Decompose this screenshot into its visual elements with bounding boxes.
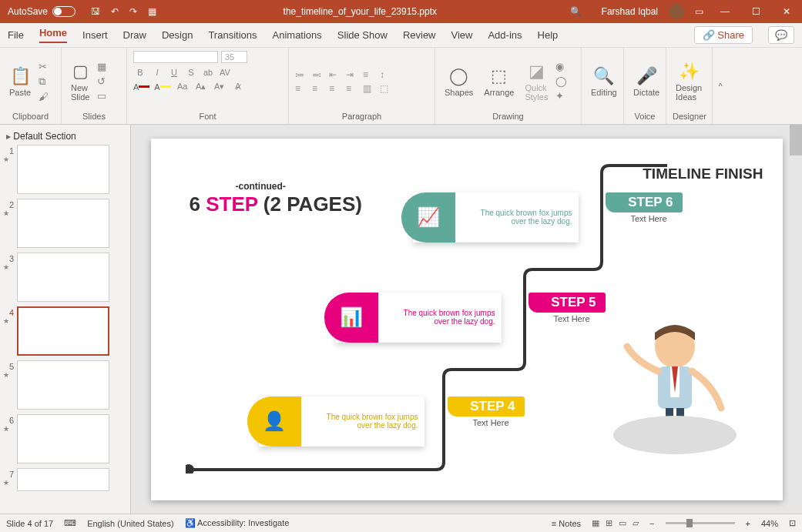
- align-left-button[interactable]: ≡: [295, 83, 309, 94]
- accessibility-status[interactable]: ♿ Accessibility: Investigate: [185, 518, 290, 528]
- shapes-button[interactable]: ◯ Shapes: [441, 65, 476, 99]
- new-slide-button[interactable]: ▢ New Slide: [68, 60, 92, 103]
- tab-slideshow[interactable]: Slide Show: [337, 29, 388, 41]
- slide-thumb-4[interactable]: [17, 306, 109, 356]
- shape-effects-icon[interactable]: ✦: [555, 90, 567, 102]
- close-button[interactable]: ✕: [771, 6, 802, 17]
- tab-draw[interactable]: Draw: [123, 29, 146, 41]
- collapse-ribbon-button[interactable]: ^: [713, 48, 728, 124]
- bullets-button[interactable]: ≔: [295, 69, 309, 80]
- strikethrough-button[interactable]: S: [184, 68, 198, 77]
- align-right-button[interactable]: ≡: [329, 83, 343, 94]
- undo-icon[interactable]: ↶: [111, 6, 119, 17]
- zoom-slider[interactable]: [666, 522, 735, 524]
- tab-design[interactable]: Design: [162, 29, 193, 41]
- shadow-button[interactable]: ab: [201, 68, 215, 77]
- notes-button[interactable]: ≡ Notes: [552, 519, 581, 528]
- sorter-view-button[interactable]: ⊞: [606, 518, 612, 528]
- slide-thumb-3[interactable]: [17, 253, 109, 302]
- fit-window-button[interactable]: ⊡: [789, 518, 796, 528]
- zoom-level[interactable]: 44%: [761, 519, 778, 528]
- text-direction-button[interactable]: ↕: [380, 69, 394, 80]
- comments-button[interactable]: 💬: [768, 26, 794, 44]
- tab-help[interactable]: Help: [538, 29, 559, 41]
- tab-view[interactable]: View: [451, 29, 473, 41]
- zoom-out-button[interactable]: −: [649, 519, 654, 528]
- bold-button[interactable]: B: [133, 68, 147, 77]
- save-icon[interactable]: 🖫: [91, 6, 100, 17]
- present-icon[interactable]: ▦: [148, 6, 156, 17]
- indent-increase-button[interactable]: ⇥: [346, 69, 360, 80]
- design-ideas-button[interactable]: ✨ Design Ideas: [673, 60, 705, 103]
- line-spacing-button[interactable]: ≡: [363, 69, 377, 80]
- spellcheck-icon[interactable]: ⌨: [64, 518, 76, 528]
- autosave-toggle[interactable]: [52, 6, 76, 17]
- vertical-scrollbar[interactable]: [790, 125, 802, 514]
- arrange-icon: ⬚: [491, 66, 507, 86]
- justify-button[interactable]: ≡: [346, 83, 360, 94]
- character-spacing-button[interactable]: AV: [218, 68, 232, 77]
- underline-button[interactable]: U: [167, 68, 181, 77]
- tab-home[interactable]: Home: [39, 27, 67, 43]
- numbering-button[interactable]: ≕: [312, 69, 326, 80]
- shape-fill-icon[interactable]: ◉: [555, 61, 567, 72]
- section-icon[interactable]: ▭: [97, 90, 106, 102]
- slide-thumb-7[interactable]: [17, 468, 109, 491]
- align-center-button[interactable]: ≡: [312, 83, 326, 94]
- slide-thumb-5[interactable]: [17, 360, 109, 410]
- group-font: Font: [133, 112, 282, 121]
- svg-point-0: [186, 466, 193, 473]
- slide-thumb-6[interactable]: [17, 414, 109, 463]
- share-button[interactable]: 🔗 Share: [694, 26, 753, 44]
- format-painter-icon[interactable]: 🖌: [39, 91, 49, 102]
- tab-review[interactable]: Review: [403, 29, 436, 41]
- redo-icon[interactable]: ↷: [129, 6, 137, 17]
- highlight-button[interactable]: A: [154, 82, 170, 92]
- copy-icon[interactable]: ⧉: [39, 75, 49, 88]
- slideshow-view-button[interactable]: ▱: [633, 518, 639, 528]
- minimize-button[interactable]: —: [710, 6, 740, 17]
- slide-canvas[interactable]: -continued- 6 STEP (2 PAGES) TIMELINE FI…: [151, 139, 783, 500]
- avatar[interactable]: [669, 4, 684, 19]
- indent-decrease-button[interactable]: ⇤: [329, 69, 343, 80]
- tab-addins[interactable]: Add-ins: [488, 29, 522, 41]
- tab-animations[interactable]: Animations: [273, 29, 322, 41]
- shape-outline-icon[interactable]: ◯: [555, 75, 567, 87]
- smartart-button[interactable]: ⬚: [380, 83, 394, 94]
- cut-icon[interactable]: ✂: [39, 61, 49, 72]
- grow-font-button[interactable]: A▴: [194, 82, 208, 92]
- clipboard-icon: 📋: [10, 66, 31, 86]
- document-title: the_timeline_of_your_life_23915.pptx: [164, 6, 556, 17]
- slide-counter[interactable]: Slide 4 of 17: [6, 519, 53, 528]
- tab-file[interactable]: File: [8, 29, 24, 41]
- layout-icon[interactable]: ▦: [97, 61, 106, 72]
- dictate-button[interactable]: 🎤 Dictate: [630, 65, 663, 99]
- callout-step4: 👤 The quick brown fox jumps over the laz…: [259, 396, 424, 447]
- font-size-select[interactable]: 35: [221, 51, 247, 63]
- shrink-font-button[interactable]: A▾: [213, 82, 227, 92]
- ribbon-display-icon[interactable]: ▭: [695, 6, 703, 17]
- search-icon[interactable]: 🔍: [556, 6, 596, 17]
- slide-thumb-1[interactable]: [17, 145, 109, 194]
- clear-formatting-button[interactable]: A̷: [231, 82, 245, 92]
- paste-button[interactable]: 📋 Paste: [6, 65, 34, 99]
- maximize-button[interactable]: ☐: [740, 6, 771, 17]
- font-color-button[interactable]: A: [133, 82, 149, 92]
- reset-icon[interactable]: ↺: [97, 75, 106, 87]
- language-status[interactable]: English (United States): [87, 519, 174, 528]
- reading-view-button[interactable]: ▭: [619, 518, 626, 528]
- normal-view-button[interactable]: ▦: [592, 518, 599, 528]
- zoom-in-button[interactable]: +: [746, 519, 750, 528]
- slide-thumb-2[interactable]: [17, 199, 109, 248]
- section-header[interactable]: Default Section: [3, 128, 127, 145]
- arrange-button[interactable]: ⬚ Arrange: [481, 65, 517, 99]
- font-family-select[interactable]: [133, 51, 218, 63]
- italic-button[interactable]: I: [150, 68, 164, 77]
- change-case-button[interactable]: Aa: [176, 82, 190, 92]
- tab-insert[interactable]: Insert: [82, 29, 108, 41]
- quick-styles-button[interactable]: ◪ Quick Styles: [522, 60, 551, 103]
- microphone-icon: 🎤: [636, 66, 657, 86]
- columns-button[interactable]: ▥: [363, 83, 377, 94]
- editing-button[interactable]: 🔍 Editing: [588, 65, 620, 99]
- tab-transitions[interactable]: Transitions: [208, 29, 257, 41]
